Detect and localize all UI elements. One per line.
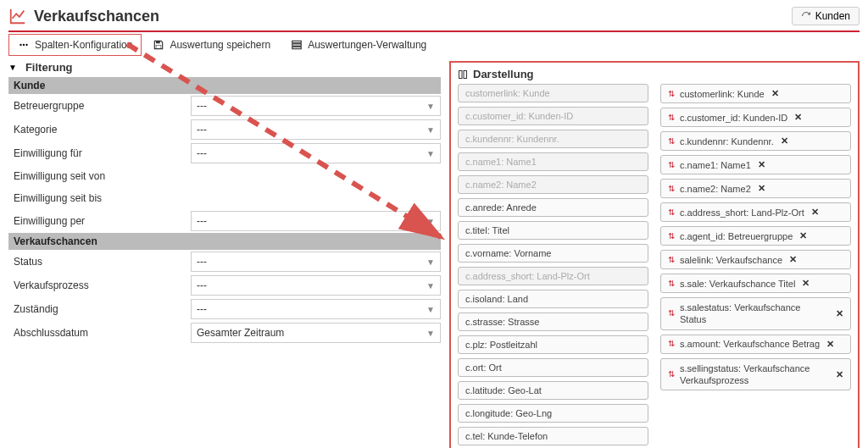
kunde-field-row: Einwilligung seit von [8,165,441,187]
selected-column-chip[interactable]: ⇅s.sale: Verkaufschance Titel✕ [660,274,851,293]
vk-field-label: Status [8,252,191,271]
chevron-down-icon: ▼ [426,102,435,111]
available-column-chip[interactable]: c.strasse: Strasse [458,312,648,331]
selected-column-chip[interactable]: ⇅s.amount: Verkaufschance Betrag✕ [660,335,851,354]
kunde-field-select[interactable]: ---▼ [191,143,441,163]
vk-field-select[interactable]: ---▼ [191,252,441,272]
available-column-chip[interactable]: c.ort: Ort [458,358,648,377]
selected-column-chip[interactable]: ⇅customerlink: Kunde✕ [660,84,851,103]
vk-field-row: Verkaufsprozess---▼ [8,274,441,297]
drag-handle-icon[interactable]: ⇅ [668,137,675,146]
available-column-chip[interactable]: c.latitude: Geo-Lat [458,381,648,400]
drag-handle-icon[interactable]: ⇅ [668,113,675,122]
vk-field-select[interactable]: ---▼ [191,299,441,319]
available-column-chip[interactable]: c.plz: Postleitzahl [458,335,648,354]
drag-handle-icon[interactable]: ⇅ [668,90,675,98]
chevron-down-icon: ▼ [426,329,435,338]
remove-icon[interactable]: ✕ [836,307,843,319]
select-value: --- [197,256,207,268]
kunde-field-row: Kategorie---▼ [8,118,441,141]
remove-icon[interactable]: ✕ [799,230,807,241]
drag-handle-icon[interactable]: ⇅ [668,309,675,318]
chip-label: s.sale: Verkaufschance Titel [680,279,795,289]
available-column-chip[interactable]: c.anrede: Anrede [458,198,648,217]
remove-icon[interactable]: ✕ [802,278,810,289]
chip-label: customerlink: Kunde [680,89,765,99]
drag-handle-icon[interactable]: ⇅ [668,208,675,217]
trend-icon [8,7,27,25]
vk-field-label: Zuständig [8,300,191,318]
selected-column-chip[interactable]: ⇅s.sellingstatus: Verkaufschance Verkauf… [660,358,851,391]
drag-handle-icon[interactable]: ⇅ [668,185,675,193]
select-value: --- [197,147,207,159]
select-value: Gesamter Zeitraum [197,327,284,339]
kunde-field-label: Betreuergruppe [8,97,191,115]
remove-icon[interactable]: ✕ [789,254,797,265]
remove-icon[interactable]: ✕ [794,112,802,123]
remove-icon[interactable]: ✕ [826,339,834,350]
select-value: --- [197,100,207,112]
available-column-chip[interactable]: c.titel: Titel [458,221,648,240]
chip-label: c.address_short: Land-Plz-Ort [680,207,804,218]
chip-label: s.amount: Verkaufschance Betrag [680,339,820,349]
remove-icon[interactable]: ✕ [836,368,843,380]
available-column-chip[interactable]: c.longitude: Geo-Lng [458,404,648,423]
vk-field-select[interactable]: Gesamter Zeitraum▼ [191,323,441,343]
drag-handle-icon[interactable]: ⇅ [668,232,675,241]
svg-point-2 [25,44,27,46]
svg-rect-3 [157,41,161,43]
chevron-down-icon: ▼ [426,257,435,267]
selected-column-chip[interactable]: ⇅c.address_short: Land-Plz-Ort✕ [660,202,851,222]
drag-handle-icon[interactable]: ⇅ [668,370,675,379]
selected-column-chip[interactable]: ⇅c.name2: Name2✕ [660,179,851,198]
toolbar-column-config[interactable]: Spalten-Konfiguration [8,34,142,56]
svg-rect-6 [292,44,302,46]
remove-icon[interactable]: ✕ [781,136,788,147]
available-column-chip[interactable]: c.tel: Kunde-Telefon [458,427,648,445]
chip-label: s.sellingstatus: Verkaufschance Verkaufs… [680,362,829,387]
kunde-field-select[interactable]: ---▼ [191,211,441,231]
available-column-chip[interactable]: c.vorname: Vorname [458,244,648,263]
toolbar-save-report[interactable]: Auswertung speichern [143,34,280,56]
available-column-chip: c.kundennr: Kundennr. [458,130,648,148]
section-header-verkaufschancen: Verkaufschancen [8,233,441,250]
save-icon [153,39,164,51]
remove-icon[interactable]: ✕ [771,88,779,99]
selected-column-chip[interactable]: ⇅c.agent_id: Betreuergruppe✕ [660,226,851,246]
dots-icon [18,39,30,51]
drag-handle-icon[interactable]: ⇅ [668,279,675,288]
selected-column-chip[interactable]: ⇅c.customer_id: Kunden-ID✕ [660,108,851,127]
kunden-button[interactable]: Kunden [792,7,860,25]
darstellung-panel: Darstellung customerlink: Kundec.custome… [449,61,860,448]
remove-icon[interactable]: ✕ [811,207,819,218]
selected-column-chip[interactable]: ⇅salelink: Verkaufschance✕ [660,250,851,269]
available-column-chip[interactable]: c.isoland: Land [458,290,648,308]
kunde-field-select[interactable]: ---▼ [191,119,441,140]
vk-field-row: AbschlussdatumGesamter Zeitraum▼ [8,321,441,345]
selected-column-chip[interactable]: ⇅s.salestatus: Verkaufschance Status✕ [660,297,851,330]
page-title: Verkaufschancen [34,8,159,25]
header-separator [8,30,860,32]
filter-title: Filterung [8,61,441,74]
refresh-icon [801,11,811,21]
available-columns-list: customerlink: Kundec.customer_id: Kunden… [458,84,648,448]
available-column-chip: c.customer_id: Kunden-ID [458,107,648,125]
kunde-field-label: Einwilligung seit von [8,167,191,185]
vk-field-label: Abschlussdatum [8,324,191,342]
drag-handle-icon[interactable]: ⇅ [668,340,675,348]
vk-field-row: Zuständig---▼ [8,297,441,321]
kunde-field-select[interactable]: ---▼ [191,96,441,116]
vk-field-select[interactable]: ---▼ [191,275,441,296]
drag-handle-icon[interactable]: ⇅ [668,161,675,169]
kunde-field-row: Einwilligung seit bis [8,187,441,209]
toolbar-manage-reports[interactable]: Auswertungen-Verwaltung [281,34,436,56]
select-value: --- [197,215,207,227]
selected-column-chip[interactable]: ⇅c.name1: Name1✕ [660,155,851,174]
chevron-down-icon: ▼ [426,305,435,314]
select-value: --- [197,124,207,136]
remove-icon[interactable]: ✕ [758,159,765,170]
remove-icon[interactable]: ✕ [758,183,765,194]
drag-handle-icon[interactable]: ⇅ [668,256,675,264]
selected-column-chip[interactable]: ⇅c.kundennr: Kundennr.✕ [660,131,851,151]
vk-field-row: Status---▼ [8,250,441,274]
